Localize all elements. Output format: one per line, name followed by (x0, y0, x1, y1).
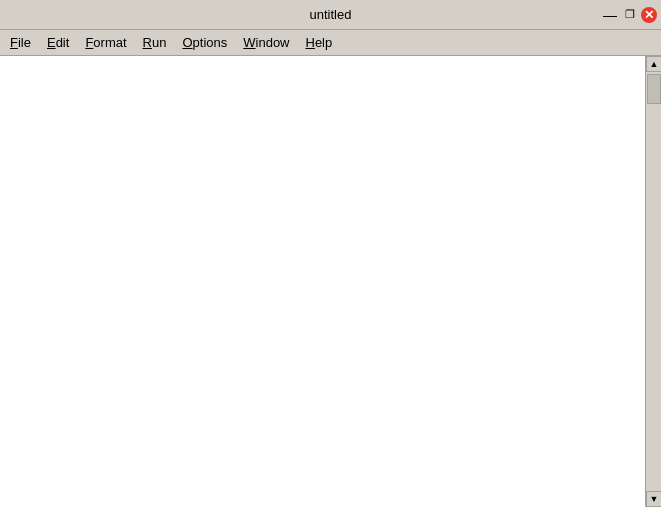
editor-area (0, 56, 645, 507)
window-controls: — ❐ ✕ (439, 6, 657, 24)
menu-file[interactable]: File (2, 32, 39, 53)
window-title: untitled (222, 7, 440, 22)
menu-bar: File Edit Format Run Options Window Help (0, 30, 661, 56)
scroll-track[interactable] (646, 72, 661, 491)
menu-run[interactable]: Run (135, 32, 175, 53)
vertical-scrollbar[interactable]: ▲ ▼ (645, 56, 661, 507)
menu-window[interactable]: Window (235, 32, 297, 53)
menu-help[interactable]: Help (298, 32, 341, 53)
scroll-down-button[interactable]: ▼ (646, 491, 661, 507)
scroll-thumb[interactable] (647, 74, 661, 104)
menu-format[interactable]: Format (77, 32, 134, 53)
scroll-up-button[interactable]: ▲ (646, 56, 661, 72)
minimize-button[interactable]: — (601, 6, 619, 24)
title-bar: untitled — ❐ ✕ (0, 0, 661, 30)
menu-options[interactable]: Options (174, 32, 235, 53)
maximize-button[interactable]: ❐ (621, 6, 639, 24)
main-area: ▲ ▼ (0, 56, 661, 507)
editor-textarea[interactable] (0, 56, 645, 507)
menu-edit[interactable]: Edit (39, 32, 77, 53)
close-button[interactable]: ✕ (641, 7, 657, 23)
